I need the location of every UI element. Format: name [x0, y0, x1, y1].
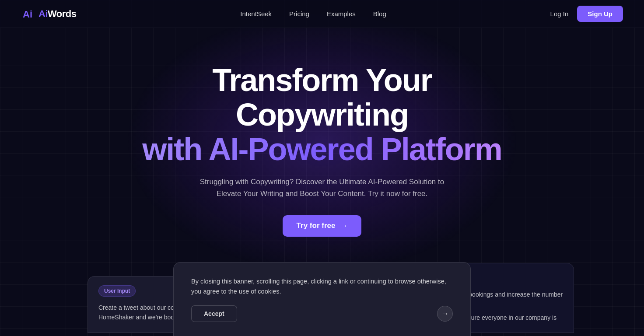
- hero-cta-button[interactable]: Try for free →: [283, 215, 362, 237]
- cookie-actions: Accept →: [191, 305, 453, 322]
- nav-links: IntentSeek Pricing Examples Blog: [240, 10, 386, 18]
- logo[interactable]: Ai AiWords: [21, 6, 77, 22]
- hero-section: Transform Your Copywriting with AI-Power…: [0, 28, 644, 254]
- hero-title-line1: Transform Your Copywriting: [212, 63, 431, 132]
- signup-button[interactable]: Sign Up: [577, 6, 623, 22]
- nav-item-pricing[interactable]: Pricing: [289, 10, 309, 18]
- user-input-badge: User Input: [98, 285, 136, 297]
- cta-label: Try for free: [297, 221, 336, 230]
- cookie-close-icon: →: [441, 309, 449, 318]
- cookie-banner: By closing this banner, scrolling this p…: [173, 262, 471, 336]
- nav-item-examples[interactable]: Examples: [327, 10, 356, 18]
- hero-subtitle: Struggling with Copywriting? Discover th…: [191, 176, 453, 200]
- logo-text: AiWords: [38, 8, 77, 20]
- nav-right: Log In Sign Up: [550, 6, 623, 22]
- navbar: Ai AiWords IntentSeek Pricing Examples B…: [0, 0, 644, 28]
- cookie-message: By closing this banner, scrolling this p…: [191, 276, 453, 297]
- login-link[interactable]: Log In: [550, 10, 569, 18]
- svg-text:Ai: Ai: [23, 9, 32, 20]
- cta-arrow-icon: →: [340, 221, 347, 231]
- cookie-close-button[interactable]: →: [437, 306, 453, 322]
- hero-title: Transform Your Copywriting with AI-Power…: [125, 63, 519, 167]
- cookie-accept-button[interactable]: Accept: [191, 305, 237, 322]
- nav-item-blog[interactable]: Blog: [373, 10, 386, 18]
- nav-item-intentseek[interactable]: IntentSeek: [240, 10, 272, 18]
- logo-icon: Ai: [21, 6, 37, 22]
- hero-title-line2: with AI-Powered Platform: [125, 132, 519, 167]
